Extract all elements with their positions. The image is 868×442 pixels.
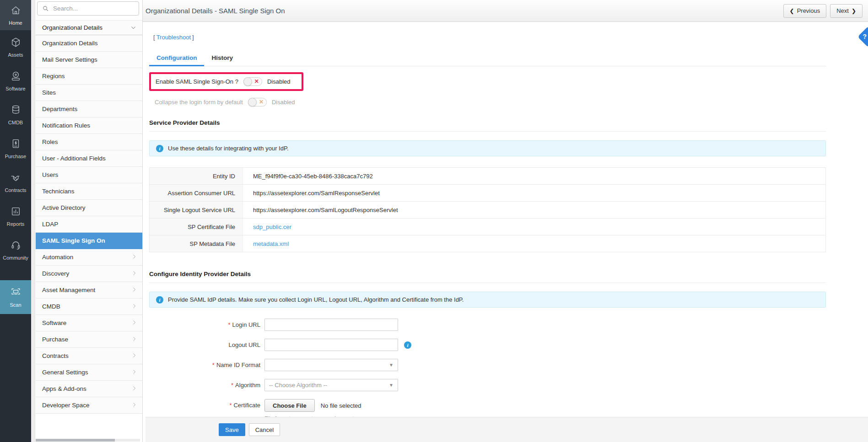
chevron-right-icon bbox=[131, 303, 137, 310]
sidebar-item-asset-management[interactable]: Asset Management bbox=[36, 282, 142, 298]
sidebar-item-departments[interactable]: Departments bbox=[36, 101, 142, 117]
sidebar-item-saml-single-sign-on[interactable]: SAML Single Sign On bbox=[36, 233, 142, 249]
logout-url-label: Logout URL bbox=[229, 341, 260, 348]
collapse-login-status: Disabled bbox=[272, 99, 295, 106]
file-status: No file selected bbox=[321, 399, 361, 412]
cancel-button[interactable]: Cancel bbox=[249, 423, 280, 436]
chevron-right-icon bbox=[131, 336, 137, 343]
sidebar-item-apps-add-ons[interactable]: Apps & Add-ons bbox=[36, 381, 142, 397]
assets-cube-icon bbox=[10, 37, 22, 50]
sidebar-item-developer-space[interactable]: Developer Space bbox=[36, 397, 142, 414]
collapse-login-label: Collapse the login form by default bbox=[155, 99, 243, 106]
sidebar-item-sites[interactable]: Sites bbox=[36, 85, 142, 101]
login-url-row: *Login URL bbox=[149, 319, 826, 331]
choose-file-button[interactable]: Choose File bbox=[264, 399, 315, 412]
chevron-right-icon bbox=[131, 320, 137, 327]
sidebar-item-organization-details[interactable]: Organization Details bbox=[36, 35, 142, 52]
sidebar-item-software[interactable]: Software bbox=[36, 315, 142, 331]
row-label: Assertion Consumer URL bbox=[150, 185, 243, 201]
previous-button[interactable]: ❮ Previous bbox=[783, 4, 827, 18]
search-icon bbox=[42, 5, 49, 12]
rail-item-purchase[interactable]: Purchase bbox=[0, 132, 31, 165]
save-button[interactable]: Save bbox=[219, 423, 245, 436]
troubleshoot-link[interactable]: Troubleshoot bbox=[155, 34, 192, 41]
rail-item-scan[interactable]: Scan bbox=[0, 280, 31, 314]
main-panel: Organizational Details - SAML Single Sig… bbox=[143, 0, 868, 442]
toggle-x-icon: ✕ bbox=[259, 99, 264, 105]
sidebar-menu: Organization DetailsMail Server Settings… bbox=[36, 35, 142, 414]
idp-info-strip: i Provide SAML IdP details. Make sure yo… bbox=[149, 292, 826, 308]
file-link[interactable]: sdp_public.cer bbox=[253, 224, 291, 230]
sidebar-item-discovery[interactable]: Discovery bbox=[36, 266, 142, 282]
algorithm-row: *Algorithm -- Choose Algorithm -- ▼ bbox=[149, 379, 826, 391]
sidebar-item-general-settings[interactable]: General Settings bbox=[36, 364, 142, 381]
sidebar-gutter bbox=[31, 0, 35, 442]
headset-icon bbox=[10, 240, 22, 253]
file-link[interactable]: metadata.xml bbox=[253, 240, 289, 247]
divider bbox=[149, 131, 826, 132]
collapse-login-toggle[interactable]: ✕ bbox=[248, 98, 267, 107]
logout-url-input[interactable] bbox=[264, 339, 398, 351]
table-row: SP Certificate Filesdp_public.cer bbox=[150, 218, 825, 235]
table-row: Entity IDME_f94f9f0e-ca30-45eb-8486-338c… bbox=[150, 168, 825, 185]
software-disc-icon bbox=[10, 70, 22, 84]
sidebar-item-users[interactable]: Users bbox=[36, 167, 142, 183]
rail-item-contracts[interactable]: Contracts bbox=[0, 165, 31, 199]
tab-history[interactable]: History bbox=[204, 51, 240, 66]
row-label: Single Logout Service URL bbox=[150, 202, 243, 218]
chevron-down-icon bbox=[130, 25, 136, 31]
settings-sidebar: Search... Organizational Details Organiz… bbox=[31, 0, 143, 442]
horizontal-scrollbar[interactable] bbox=[36, 439, 140, 442]
row-value: ME_f94f9f0e-ca30-45eb-8486-338caca7c792 bbox=[243, 168, 825, 184]
row-value: metadata.xml bbox=[243, 235, 825, 252]
tab-configuration[interactable]: Configuration bbox=[149, 51, 204, 66]
name-id-format-select[interactable]: ▼ bbox=[264, 359, 398, 371]
sidebar-item-notification-rules[interactable]: Notification Rules bbox=[36, 117, 142, 134]
troubleshoot-row: [Troubleshoot] bbox=[153, 34, 826, 41]
rail-item-home[interactable]: Home bbox=[0, 0, 31, 30]
app-window: HomeAssetsSoftwareCMDBPurchaseContractsR… bbox=[0, 0, 868, 442]
sidebar-item-technicians[interactable]: Technicians bbox=[36, 183, 142, 200]
tab-bar: Configuration History bbox=[149, 51, 826, 66]
next-button[interactable]: Next ❯ bbox=[830, 4, 863, 18]
purchase-receipt-icon bbox=[10, 138, 22, 151]
scan-monitor-icon bbox=[10, 287, 22, 300]
algorithm-select[interactable]: -- Choose Algorithm -- ▼ bbox=[264, 379, 398, 391]
sidebar-item-mail-server-settings[interactable]: Mail Server Settings bbox=[36, 52, 142, 68]
table-row: SP Metadata Filemetadata.xml bbox=[150, 235, 825, 252]
sidebar-item-contracts[interactable]: Contracts bbox=[36, 348, 142, 364]
rail-item-assets[interactable]: Assets bbox=[0, 30, 31, 64]
search-input[interactable]: Search... bbox=[37, 1, 139, 16]
toggle-knob bbox=[243, 77, 252, 86]
required-asterisk: * bbox=[212, 362, 215, 368]
rail-item-software[interactable]: Software bbox=[0, 64, 31, 98]
sidebar-item-active-directory[interactable]: Active Directory bbox=[36, 200, 142, 216]
sidebar-group-label: Organizational Details bbox=[42, 24, 102, 31]
divider bbox=[149, 282, 826, 283]
enable-sso-toggle[interactable]: ✕ bbox=[243, 77, 262, 86]
rail-item-community[interactable]: Community bbox=[0, 233, 31, 267]
page-header: Organizational Details - SAML Single Sig… bbox=[143, 0, 868, 22]
required-asterisk: * bbox=[229, 402, 232, 409]
rail-item-cmdb[interactable]: CMDB bbox=[0, 98, 31, 132]
sidebar-group-organizational-details[interactable]: Organizational Details bbox=[36, 20, 142, 35]
sidebar-item-regions[interactable]: Regions bbox=[36, 68, 142, 85]
login-url-input[interactable] bbox=[264, 319, 398, 331]
algorithm-selected-value: -- Choose Algorithm -- bbox=[269, 382, 327, 389]
info-icon: i bbox=[156, 296, 163, 304]
sidebar-item-roles[interactable]: Roles bbox=[36, 134, 142, 150]
scrollbar-thumb[interactable] bbox=[36, 439, 115, 442]
logout-info-icon[interactable]: i bbox=[404, 341, 411, 349]
sidebar-item-cmdb[interactable]: CMDB bbox=[36, 298, 142, 315]
row-value: sdp_public.cer bbox=[243, 218, 825, 235]
chevron-right-icon bbox=[131, 352, 137, 360]
caret-down-icon: ▼ bbox=[389, 362, 394, 367]
sp-details-table: Entity IDME_f94f9f0e-ca30-45eb-8486-338c… bbox=[149, 167, 826, 252]
sidebar-item-ldap[interactable]: LDAP bbox=[36, 216, 142, 233]
sidebar-item-purchase[interactable]: Purchase bbox=[36, 331, 142, 348]
sidebar-item-automation[interactable]: Automation bbox=[36, 249, 142, 266]
rail-item-reports[interactable]: Reports bbox=[0, 199, 31, 233]
chevron-right-icon: ❯ bbox=[852, 8, 856, 14]
sidebar-item-user-additional-fields[interactable]: User - Additional Fields bbox=[36, 150, 142, 167]
chevron-right-icon bbox=[131, 402, 137, 409]
